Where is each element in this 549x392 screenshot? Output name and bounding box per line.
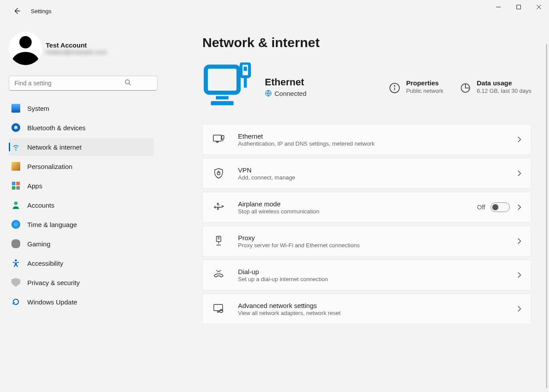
profile-name: Test Account bbox=[46, 41, 107, 49]
chevron-right-icon bbox=[516, 306, 522, 312]
properties-card[interactable]: Properties Public network bbox=[388, 79, 443, 94]
row-title: Advanced network settings bbox=[238, 302, 340, 309]
nav-item-label: Apps bbox=[27, 182, 42, 190]
nav-item-label: Windows Update bbox=[27, 298, 77, 306]
row-dialup[interactable]: Dial-up Set up a dial-up internet connec… bbox=[202, 260, 531, 290]
chevron-right-icon bbox=[516, 238, 522, 244]
scrollbar[interactable] bbox=[546, 44, 547, 388]
svg-point-1 bbox=[125, 80, 129, 84]
svg-rect-19 bbox=[222, 136, 224, 139]
maximize-button[interactable] bbox=[509, 0, 529, 14]
toggle-state-label: Off bbox=[477, 204, 485, 211]
search-box[interactable] bbox=[9, 76, 141, 91]
row-sub: Stop all wireless communication bbox=[238, 208, 319, 215]
avatar bbox=[9, 32, 42, 65]
nav-item-label: Time & language bbox=[27, 221, 77, 228]
svg-point-23 bbox=[220, 310, 223, 313]
shield-lock-icon bbox=[212, 168, 225, 179]
bluetooth-icon: ✱ bbox=[11, 123, 20, 132]
ethernet-hero-icon bbox=[202, 62, 255, 111]
row-sub: Add, connect, manage bbox=[238, 174, 295, 181]
row-title: Dial-up bbox=[238, 268, 328, 275]
back-button[interactable] bbox=[8, 2, 26, 20]
chevron-right-icon bbox=[516, 272, 522, 278]
hero-status: Connected bbox=[265, 90, 307, 97]
svg-rect-10 bbox=[211, 101, 234, 106]
row-sub: Authentication, IP and DNS settings, met… bbox=[238, 140, 374, 147]
nav-item-accounts[interactable]: Accounts bbox=[9, 196, 154, 214]
accessibility-icon bbox=[11, 259, 20, 267]
row-sub: Set up a dial-up internet connection bbox=[238, 276, 328, 282]
hero-text[interactable]: Ethernet Connected bbox=[265, 77, 307, 97]
minimize-button[interactable] bbox=[488, 0, 509, 14]
nav-item-personalization[interactable]: Personalization bbox=[9, 158, 154, 175]
shield-icon bbox=[11, 278, 20, 287]
row-airplane-mode[interactable]: Airplane mode Stop all wireless communic… bbox=[202, 192, 531, 223]
nav-item-time[interactable]: Time & language bbox=[9, 216, 154, 233]
row-sub: Proxy server for Wi-Fi and Ethernet conn… bbox=[238, 242, 360, 249]
nav-item-system[interactable]: System bbox=[9, 99, 154, 117]
svg-rect-0 bbox=[517, 5, 521, 9]
nav-item-label: Network & internet bbox=[27, 143, 81, 151]
data-usage-card[interactable]: Data usage 6.12 GB, last 30 days bbox=[459, 79, 531, 94]
row-proxy[interactable]: Proxy Proxy server for Wi-Fi and Etherne… bbox=[202, 226, 531, 256]
settings-list: Ethernet Authentication, IP and DNS sett… bbox=[202, 124, 531, 324]
ethernet-icon bbox=[212, 135, 225, 144]
apps-icon bbox=[11, 181, 20, 190]
nav-item-label: Personalization bbox=[27, 163, 73, 170]
nav-item-label: Privacy & security bbox=[27, 279, 80, 286]
svg-rect-4 bbox=[12, 186, 15, 190]
row-title: Proxy bbox=[238, 234, 360, 242]
phone-icon bbox=[212, 270, 225, 280]
page-title: Network & internet bbox=[202, 35, 531, 50]
svg-rect-2 bbox=[12, 182, 15, 185]
search-icon bbox=[124, 79, 131, 88]
nav-item-label: Accounts bbox=[27, 201, 55, 209]
nav-item-network[interactable]: Network & internet bbox=[9, 138, 154, 156]
airplane-toggle[interactable] bbox=[490, 202, 510, 212]
nav-item-update[interactable]: Windows Update bbox=[9, 293, 154, 311]
row-title: Airplane mode bbox=[238, 200, 319, 208]
close-button[interactable] bbox=[529, 0, 549, 14]
window-controls bbox=[488, 0, 549, 14]
nav-item-gaming[interactable]: Gaming bbox=[9, 235, 154, 253]
chevron-right-icon bbox=[516, 170, 522, 176]
pie-chart-icon bbox=[459, 82, 472, 94]
svg-point-7 bbox=[15, 260, 17, 262]
nav-item-privacy[interactable]: Privacy & security bbox=[9, 274, 154, 291]
wifi-icon bbox=[11, 143, 20, 151]
svg-rect-3 bbox=[16, 182, 20, 185]
nav-item-apps[interactable]: Apps bbox=[9, 177, 154, 194]
update-icon bbox=[11, 297, 20, 306]
svg-rect-8 bbox=[206, 67, 238, 93]
row-ethernet[interactable]: Ethernet Authentication, IP and DNS sett… bbox=[202, 124, 531, 155]
nav-item-label: System bbox=[27, 105, 49, 112]
search-input[interactable] bbox=[9, 76, 157, 91]
network-hero: Ethernet Connected Properties Public net… bbox=[202, 62, 531, 111]
nav-item-accessibility[interactable]: Accessibility bbox=[9, 254, 154, 272]
info-icon bbox=[388, 82, 401, 94]
brush-icon bbox=[11, 162, 20, 171]
globe-clock-icon bbox=[11, 220, 20, 229]
row-sub: View all network adapters, network reset bbox=[238, 310, 340, 316]
nav-list: System ✱Bluetooth & devices Network & in… bbox=[9, 99, 141, 311]
profile-email: hidden@example.com bbox=[46, 49, 107, 55]
nav-item-bluetooth[interactable]: ✱Bluetooth & devices bbox=[9, 119, 154, 136]
hero-title: Ethernet bbox=[265, 77, 307, 88]
airplane-toggle-wrap: Off bbox=[477, 202, 510, 212]
titlebar: Settings bbox=[0, 0, 549, 22]
data-usage-sub: 6.12 GB, last 30 days bbox=[477, 88, 531, 94]
profile-block[interactable]: Test Account hidden@example.com bbox=[9, 32, 141, 65]
row-advanced[interactable]: Advanced network settings View all netwo… bbox=[202, 293, 531, 324]
svg-rect-18 bbox=[213, 135, 221, 141]
main-content: Network & internet Ethernet Connected bbox=[141, 22, 549, 392]
app-title: Settings bbox=[31, 8, 51, 15]
person-icon bbox=[11, 201, 20, 209]
gamepad-icon bbox=[11, 239, 20, 248]
display-icon bbox=[11, 104, 20, 113]
svg-rect-9 bbox=[216, 96, 229, 99]
chevron-right-icon bbox=[516, 204, 522, 210]
row-vpn[interactable]: VPN Add, connect, manage bbox=[202, 158, 531, 189]
nav-item-label: Accessibility bbox=[27, 260, 63, 267]
hero-status-text: Connected bbox=[274, 90, 307, 97]
